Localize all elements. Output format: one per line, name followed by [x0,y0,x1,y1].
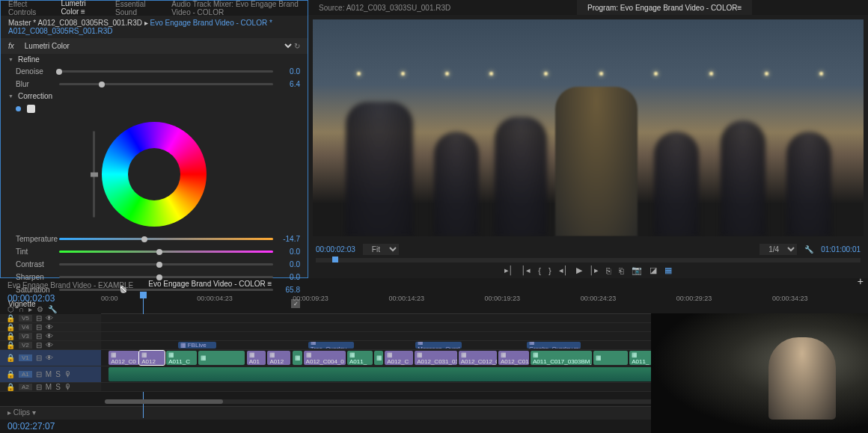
clip[interactable]: ▦ A012_C [385,351,413,365]
source-tab[interactable]: Source: A012_C003_0303SU_001.R3D [308,0,461,15]
blur-slider[interactable] [59,83,273,85]
master-clip-line: Master * A012_C008_0305RS_001.R3D ▸ Evo … [1,16,308,38]
denoise-slider[interactable] [59,70,273,73]
clip[interactable]: ▦ A012 [139,351,165,365]
tab-audio-mixer[interactable]: Audio Track Mixer: Evo Engage Brand Vide… [171,0,300,16]
play-button[interactable]: ▶ [576,265,582,275]
clip[interactable]: ▦ Graphs_Overlay.mov [527,342,581,348]
contrast-slider[interactable] [59,263,273,265]
active-dot-icon[interactable] [16,106,21,111]
temperature-slider[interactable] [59,238,273,240]
mark-out-button[interactable]: │◂ [521,265,531,275]
clip[interactable]: ▦ A012_C031_03 [415,351,456,365]
insert-button[interactable]: ⎘ [606,266,611,275]
comparison-button[interactable]: ◪ [650,265,657,275]
tab-lumetri-color[interactable]: Lumetri Color ≡ [61,0,97,18]
clip[interactable]: ▦ FBLive [178,342,216,348]
fx-row: fx Lumetri Color ↻ [1,38,308,54]
settings-icon[interactable]: ⚙ [37,305,43,313]
clip[interactable]: ▦ A012 [267,351,290,365]
snap-icon[interactable]: ⬡ [7,305,14,313]
reset-icon[interactable]: ↻ [294,42,300,50]
clips-dropdown[interactable]: ▸ Clips ▾ [7,408,36,417]
clip[interactable]: ▦ [374,351,383,365]
settings-button[interactable]: ▦ [664,265,672,275]
color-picker-icon[interactable] [27,105,35,113]
fit-dropdown[interactable]: Fit [363,244,399,255]
scale-dropdown[interactable]: 1/4 [760,244,797,255]
link-icon[interactable]: ∩ [19,305,24,313]
tint-value[interactable]: 0.0 [278,248,300,256]
tint-slider[interactable] [59,251,273,253]
mark-in-button[interactable]: ▸│ [504,265,514,275]
denoise-label: Denoise [16,67,55,76]
clip[interactable]: ▦ A012_C004_0 [304,351,346,365]
video-preview[interactable] [313,19,864,236]
denoise-value[interactable]: 0.0 [278,67,300,76]
step-back-button[interactable]: ◂│ [559,265,569,275]
clip[interactable]: ▦ A01 [247,351,266,365]
tab-effect-controls[interactable]: Effect Controls [8,0,43,16]
timeline-panel: Evo Engage Brand Video - EXAMPLE Evo Eng… [0,278,868,433]
tint-label: Tint [16,248,55,256]
wrench2-icon[interactable]: 🔧 [48,305,57,313]
program-scrubber[interactable] [316,258,861,262]
clip[interactable]: ▦ A012_C01 [498,351,529,365]
clip[interactable]: ▦ Message_Overl [415,342,462,348]
temperature-value[interactable]: -14.7 [278,235,300,243]
picture-in-picture [651,313,868,433]
clip[interactable]: ▦ [293,351,302,365]
step-fwd-button[interactable]: │▸ [590,265,599,275]
luma-slider[interactable] [93,132,95,218]
contrast-value[interactable]: 0.0 [278,260,300,268]
clip[interactable]: ▦ A011_ [347,351,373,365]
add-button[interactable]: + [858,275,864,287]
clip[interactable]: ▦ [198,351,245,365]
clip[interactable]: ▦ A011_C [166,351,197,365]
export-frame-button[interactable]: 📷 [632,265,642,275]
timeline-ruler[interactable]: 00:0000:00:04:2300:00:09:2300:00:14:2300… [101,292,868,314]
clip[interactable]: ▦ A011_C017_0303BM_00 [531,351,592,365]
blur-label: Blur [16,80,55,88]
timeline-timecode[interactable]: 00:00:02:03 [7,293,94,304]
fx-label: fx [8,42,14,50]
fx-select[interactable]: Lumetri Color [22,41,294,51]
contrast-label: Contrast [16,260,55,268]
overwrite-button[interactable]: ⎗ [619,266,624,275]
temperature-label: Temperature [16,235,55,243]
go-out-button[interactable]: } [548,266,551,275]
sharpen-slider[interactable] [59,276,273,278]
clip[interactable]: ▦ A012_C0 [109,351,139,365]
color-wheel[interactable] [1,116,308,233]
timeline-tab-example[interactable]: Evo Engage Brand Video - EXAMPLE [7,281,133,289]
clip[interactable]: ▦ [593,351,628,365]
clip[interactable]: ▦ A012_C012_0 [459,351,497,365]
go-in-button[interactable]: { [538,266,541,275]
saturation-slider[interactable]: ↖ [59,289,273,291]
lumetri-panel: Effect Controls Lumetri Color ≡ Essentia… [0,0,308,278]
section-correction[interactable]: Correction [1,90,308,102]
section-refine[interactable]: Refine [1,54,308,65]
tab-essential-sound[interactable]: Essential Sound [115,0,153,16]
program-tab[interactable]: Program: Evo Engage Brand Video - COLOR … [577,0,752,15]
program-timecode[interactable]: 00:00:02:03 [316,245,355,254]
left-tabs: Effect Controls Lumetri Color ≡ Essentia… [1,1,308,16]
program-monitor: Source: A012_C003_0303SU_001.R3D Program… [308,0,868,278]
clip[interactable]: ▦ Tree_Overlay [308,342,355,348]
duration-timecode: 01:01:00:01 [821,245,861,254]
wrench-icon[interactable]: 🔧 [804,245,813,254]
marker-icon[interactable]: ▸ [28,305,32,313]
blur-value[interactable]: 6.4 [278,80,300,88]
